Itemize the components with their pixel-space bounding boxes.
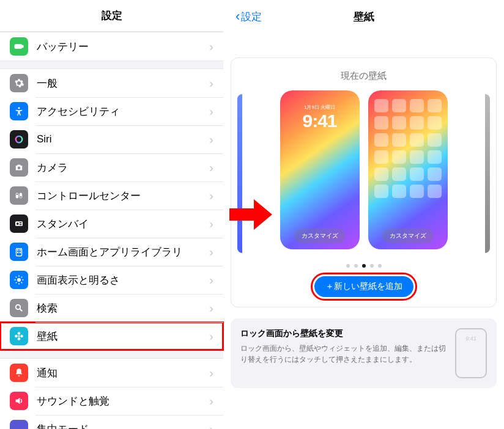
chevron-right-icon: › (209, 394, 213, 408)
info-title: ロック画面から壁紙を変更 (240, 328, 448, 339)
svg-point-27 (16, 305, 21, 310)
wallpaper-previews: 1月9日 火曜日 9:41 カスタマイズ カスタマイズ (280, 90, 448, 249)
svg-point-33 (20, 335, 23, 338)
gear-icon (10, 74, 28, 92)
chevron-right-icon: › (209, 217, 213, 231)
svg-point-10 (17, 222, 19, 225)
row-label: 検索 (37, 301, 209, 315)
svg-rect-14 (17, 249, 18, 251)
row-label: カメラ (37, 161, 209, 175)
flower-icon (10, 327, 28, 345)
settings-group-0: バッテリー › (0, 32, 223, 61)
battery-icon (10, 37, 28, 56)
svg-point-3 (16, 136, 23, 143)
settings-group-1: 一般 › アクセシビリティ › Siri › カメラ › (0, 68, 223, 351)
chevron-right-icon: › (209, 422, 213, 430)
brightness-icon (10, 271, 28, 289)
row-siri[interactable]: Siri › (0, 125, 223, 153)
row-accessibility[interactable]: アクセシビリティ › (0, 97, 223, 125)
chevron-right-icon: › (209, 329, 213, 343)
moon-icon (10, 420, 28, 429)
row-camera[interactable]: カメラ › (0, 153, 223, 182)
current-wallpaper-card: 現在の壁紙 1月9日 火曜日 9:41 カスタマイズ (231, 57, 497, 307)
customize-lock-button[interactable]: カスタマイズ (294, 229, 346, 243)
chevron-right-icon: › (209, 161, 213, 175)
row-label: コントロールセンター (37, 189, 209, 203)
row-homescreen[interactable]: ホーム画面とアプリライブラリ › (0, 238, 223, 266)
settings-group-2: 通知 › サウンドと触覚 › 集中モード › (0, 358, 223, 429)
row-general[interactable]: 一般 › (0, 69, 223, 97)
row-display[interactable]: 画面表示と明るさ › (0, 266, 223, 294)
row-label: ホーム画面とアプリライブラリ (37, 245, 209, 259)
row-label: 画面表示と明るさ (37, 273, 209, 287)
svg-line-23 (16, 277, 17, 278)
row-label: Siri (37, 133, 209, 145)
chevron-right-icon: › (209, 189, 213, 203)
row-label: 通知 (37, 366, 209, 380)
svg-line-28 (20, 309, 23, 312)
settings-panel: 設定 バッテリー › 一般 › アクセシビリティ › (0, 0, 223, 429)
svg-line-25 (16, 282, 17, 284)
svg-point-18 (17, 278, 21, 282)
camera-icon (10, 158, 28, 177)
settings-header: 設定 (0, 0, 223, 32)
row-standby[interactable]: スタンバイ › (0, 210, 223, 238)
accessibility-icon (10, 102, 28, 120)
svg-rect-15 (20, 249, 21, 251)
chevron-right-icon: › (209, 40, 213, 54)
lock-time: 9:41 (280, 111, 360, 131)
lock-screen-info-card: ロック画面から壁紙を変更 ロック画面から、壁紙やウィジェットを追加、編集、または… (231, 318, 497, 388)
chevron-right-icon: › (209, 245, 213, 259)
next-wallpaper-peek[interactable] (485, 94, 490, 253)
chevron-left-icon: ‹ (235, 9, 240, 24)
sliders-icon (10, 186, 28, 205)
svg-point-31 (18, 337, 21, 340)
svg-point-29 (18, 336, 20, 337)
lock-screen-preview[interactable]: 1月9日 火曜日 9:41 カスタマイズ (280, 90, 360, 249)
row-battery[interactable]: バッテリー › (0, 32, 223, 61)
row-controlcenter[interactable]: コントロールセンター › (0, 182, 223, 210)
phone-time: 9:41 (465, 336, 476, 342)
row-wallpaper[interactable]: 壁紙 › (0, 322, 223, 350)
lock-date: 1月9日 火曜日 (280, 104, 360, 111)
svg-rect-9 (15, 221, 23, 226)
home-app-grid (368, 90, 448, 207)
info-text: ロック画面から壁紙を変更 ロック画面から、壁紙やウィジェットを追加、編集、または… (240, 328, 448, 378)
svg-rect-12 (20, 224, 22, 226)
chevron-right-icon: › (209, 76, 213, 90)
row-label: スタンバイ (37, 217, 209, 231)
search-icon (10, 299, 28, 317)
svg-point-30 (18, 332, 21, 335)
home-screen-preview[interactable]: カスタマイズ (368, 90, 448, 249)
back-label: 設定 (241, 10, 262, 24)
phone-outline-icon: 9:41 (455, 328, 487, 378)
siri-icon (10, 130, 28, 148)
row-label: 一般 (37, 76, 209, 90)
row-sounds[interactable]: サウンドと触覚 › (0, 387, 223, 415)
svg-point-4 (18, 167, 21, 170)
svg-point-2 (18, 107, 20, 109)
bell-icon (10, 364, 28, 382)
svg-rect-1 (22, 46, 23, 48)
row-search[interactable]: 検索 › (0, 294, 223, 322)
wallpaper-title: 壁紙 (354, 10, 374, 24)
chevron-right-icon: › (209, 105, 213, 119)
svg-rect-11 (20, 222, 22, 224)
row-label: バッテリー (37, 40, 209, 54)
svg-line-26 (21, 277, 23, 278)
chevron-right-icon: › (209, 273, 213, 287)
svg-rect-0 (15, 45, 21, 48)
row-focus[interactable]: 集中モード › (0, 415, 223, 429)
row-label: 壁紙 (37, 329, 209, 343)
wallpaper-header: ‹ 設定 壁紙 (231, 0, 497, 33)
back-button[interactable]: ‹ 設定 (235, 9, 262, 24)
customize-home-button[interactable]: カスタマイズ (382, 229, 434, 243)
row-label: 集中モード (37, 422, 209, 430)
add-wallpaper-button[interactable]: ＋新しい壁紙を追加 (314, 276, 413, 297)
svg-rect-17 (20, 252, 21, 253)
svg-rect-16 (17, 252, 18, 253)
current-wallpaper-label: 現在の壁紙 (237, 70, 490, 82)
row-label: サウンドと触覚 (37, 394, 209, 408)
lock-clock-display: 1月9日 火曜日 9:41 (280, 104, 360, 131)
row-notifications[interactable]: 通知 › (0, 359, 223, 387)
